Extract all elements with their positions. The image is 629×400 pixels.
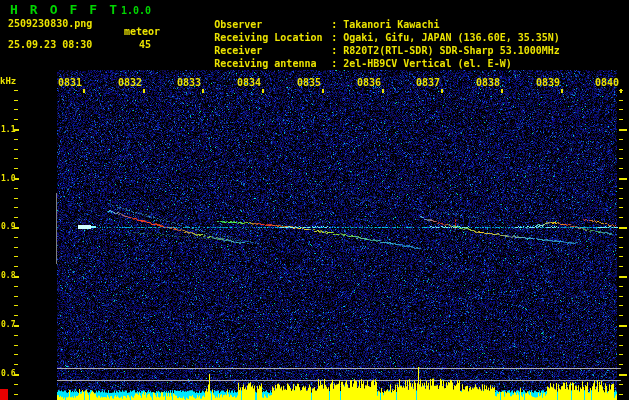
freq-tick-label-0_9: 0.9 bbox=[1, 223, 15, 231]
freq-tick-label-1_0: 1.0 bbox=[1, 175, 15, 183]
station-value: R820T2(RTL-SDR) SDR-Sharp 53.1000MHz bbox=[343, 45, 560, 56]
station-label: Receiver bbox=[214, 45, 331, 57]
time-tick-label-0840: 0840 bbox=[594, 78, 620, 88]
station-label: Receiving Location bbox=[214, 32, 331, 44]
colon-separator: : bbox=[331, 19, 343, 31]
time-tick-label-0835: 0835 bbox=[296, 78, 322, 88]
freq-tick-label-1_1: 1.1 bbox=[1, 126, 15, 134]
time-tick-label-0832: 0832 bbox=[117, 78, 143, 88]
app-title: HROFFT bbox=[10, 3, 129, 16]
freq-tick-label-0_6: 0.6 bbox=[1, 370, 15, 378]
time-tick-label-0839: 0839 bbox=[535, 78, 561, 88]
station-info: Observer:Takanori Kawachi Receiving Loca… bbox=[178, 7, 560, 59]
freq-axis-unit: kHz bbox=[0, 76, 16, 86]
time-tick-label-0837: 0837 bbox=[415, 78, 441, 88]
hrofft-output-window: HROFFT 1.0.0 2509230830.png meteor 25.09… bbox=[0, 0, 629, 400]
time-tick-label-0838: 0838 bbox=[475, 78, 501, 88]
capture-datetime: 25.09.23 08:30 bbox=[8, 40, 92, 50]
output-filename: 2509230830.png bbox=[8, 19, 92, 29]
freq-tick-label-0_7: 0.7 bbox=[1, 321, 15, 329]
colon-separator: : bbox=[331, 45, 343, 57]
mode-label: meteor bbox=[124, 27, 160, 37]
time-tick-label-0836: 0836 bbox=[356, 78, 382, 88]
colon-separator: : bbox=[331, 58, 343, 70]
station-label: Receiving antenna bbox=[214, 58, 331, 70]
echo-count: 45 bbox=[139, 40, 151, 50]
station-value: Ogaki, Gifu, JAPAN (136.60E, 35.35N) bbox=[343, 32, 560, 43]
colon-separator: : bbox=[331, 32, 343, 44]
station-value: Takanori Kawachi bbox=[343, 19, 439, 30]
time-tick-label-0833: 0833 bbox=[176, 78, 202, 88]
station-value: 2el-HB9CV Vertical (el. E-W) bbox=[343, 58, 512, 69]
station-label: Observer bbox=[214, 19, 331, 31]
time-tick-label-0831: 0831 bbox=[57, 78, 83, 88]
freq-tick-label-0_8: 0.8 bbox=[1, 272, 15, 280]
time-tick-label-0834: 0834 bbox=[236, 78, 262, 88]
app-version: 1.0.0 bbox=[121, 6, 151, 16]
station-row-observer: Observer:Takanori Kawachi bbox=[178, 7, 560, 20]
